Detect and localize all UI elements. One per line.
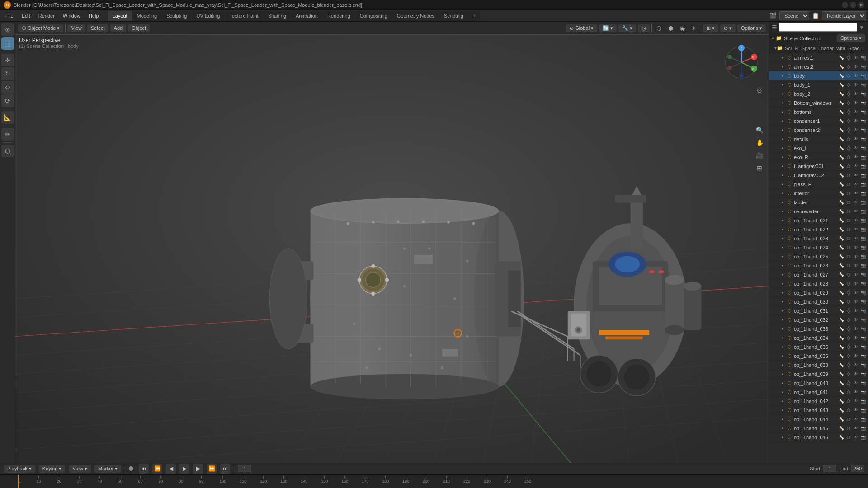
item-render-icon-obj_1hand_026[interactable]: 📷	[860, 263, 866, 269]
item-data-icon-obj_1hand_022[interactable]: ⬡	[845, 226, 852, 233]
item-render-icon-obj_1hand_030[interactable]: 📷	[860, 299, 866, 305]
outliner-item-obj_1hand_036[interactable]: ▸ ⬡ obj_1hand_036 🦴 ⬡ 👁 📷	[769, 352, 868, 361]
item-render-icon-obj_1hand_028[interactable]: 📷	[860, 281, 866, 287]
outliner-item-armrest2[interactable]: ▸ ⬡ armrest2 🦴 ⬡ 👁 📷	[769, 62, 868, 71]
item-eye-icon-condenser2[interactable]: 👁	[853, 127, 859, 133]
item-data-icon-armrest2[interactable]: ⬡	[845, 64, 852, 70]
item-data-icon-obj_1hand_039[interactable]: ⬡	[845, 371, 852, 377]
item-bone-icon-obj_1hand_039[interactable]: 🦴	[838, 371, 844, 377]
item-render-icon-obj_1hand_043[interactable]: 📷	[860, 407, 866, 413]
item-data-icon-obj_1hand_046[interactable]: ⬡	[845, 434, 852, 441]
item-eye-icon-body_1[interactable]: 👁	[853, 82, 859, 88]
item-data-icon-obj_1hand_026[interactable]: ⬡	[845, 263, 852, 269]
render-layer-selector[interactable]: RenderLayer	[822, 11, 866, 20]
item-bone-icon-f_antigrav002[interactable]: 🦴	[838, 172, 844, 178]
item-eye-icon-condenser1[interactable]: 👁	[853, 118, 859, 124]
rotate-tool-btn[interactable]: ↻	[1, 67, 14, 80]
outliner-item-details[interactable]: ▸ ⬡ details 🦴 ⬡ 👁 📷	[769, 135, 868, 144]
item-data-icon-obj_1hand_034[interactable]: ⬡	[845, 335, 852, 341]
item-eye-icon-f_antigrav001[interactable]: 👁	[853, 163, 859, 169]
item-render-icon-bottoms[interactable]: 📷	[860, 109, 866, 115]
wireframe-shading-btn[interactable]: ⬡	[654, 23, 664, 33]
item-bone-icon-obj_1hand_042[interactable]: 🦴	[838, 398, 844, 404]
item-render-icon-obj_1hand_044[interactable]: 📷	[860, 416, 866, 422]
close-button[interactable]: ✕	[858, 2, 864, 8]
item-data-icon-obj_1hand_023[interactable]: ⬡	[845, 235, 852, 242]
item-bone-icon-condenser1[interactable]: 🦴	[838, 118, 844, 124]
item-expand-exo_L[interactable]: ▸	[780, 145, 785, 151]
outliner-item-obj_1hand_029[interactable]: ▸ ⬡ obj_1hand_029 🦴 ⬡ 👁 📷	[769, 288, 868, 297]
snap-btn[interactable]: 🔧 ▾	[618, 24, 636, 32]
item-expand-obj_1hand_030[interactable]: ▸	[780, 299, 785, 305]
item-data-icon-exo_L[interactable]: ⬡	[845, 145, 852, 151]
object-menu-btn[interactable]: Object	[128, 24, 150, 32]
item-data-icon-obj_1hand_027[interactable]: ⬡	[845, 272, 852, 278]
item-eye-icon-obj_1hand_039[interactable]: 👁	[853, 371, 859, 377]
item-render-icon-obj_1hand_041[interactable]: 📷	[860, 389, 866, 395]
item-render-icon-glass_F[interactable]: 📷	[860, 181, 866, 188]
item-data-icon-obj_1hand_032[interactable]: ⬡	[845, 317, 852, 323]
scene-selector[interactable]: Scene	[779, 11, 809, 20]
item-render-icon-condenser1[interactable]: 📷	[860, 118, 866, 124]
item-expand-obj_1hand_026[interactable]: ▸	[780, 263, 785, 268]
item-data-icon-obj_1hand_028[interactable]: ⬡	[845, 281, 852, 287]
item-bone-icon-ladder[interactable]: 🦴	[838, 199, 844, 206]
tab-layout[interactable]: Layout	[108, 11, 132, 21]
tab-animation[interactable]: Animation	[291, 11, 322, 21]
item-expand-glass_F[interactable]: ▸	[780, 182, 785, 187]
tab-sculpting[interactable]: Sculpting	[162, 11, 191, 21]
item-expand-f_antigrav001[interactable]: ▸	[780, 164, 785, 169]
outliner-item-neirowerter[interactable]: ▸ ⬡ neirowerter 🦴 ⬡ 👁 📷	[769, 207, 868, 216]
item-render-icon-obj_1hand_045[interactable]: 📷	[860, 425, 866, 432]
solid-shading-btn[interactable]: ⬢	[665, 23, 675, 33]
item-eye-icon-obj_1hand_028[interactable]: 👁	[853, 281, 859, 287]
lock-view-btn[interactable]: ⊞	[754, 163, 765, 174]
outliner-item-interior[interactable]: ▸ ⬡ interior 🦴 ⬡ 👁 📷	[769, 189, 868, 198]
item-eye-icon-obj_1hand_026[interactable]: 👁	[853, 263, 859, 269]
item-eye-icon-obj_1hand_036[interactable]: 👁	[853, 353, 859, 359]
item-expand-ladder[interactable]: ▸	[780, 200, 785, 205]
tab-rendering[interactable]: Rendering	[323, 11, 355, 21]
item-expand-obj_1hand_040[interactable]: ▸	[780, 380, 785, 386]
item-data-icon-armrest1[interactable]: ⬡	[845, 55, 852, 61]
timeline-track[interactable]: 1 10 20 30 40 50 60 70 80 90 100 110 120…	[0, 475, 868, 488]
item-render-icon-obj_1hand_042[interactable]: 📷	[860, 398, 866, 404]
item-render-icon-obj_1hand_021[interactable]: 📷	[860, 217, 866, 224]
menu-file[interactable]: File	[2, 11, 17, 20]
item-bone-icon-condenser2[interactable]: 🦴	[838, 127, 844, 133]
outliner-item-body_1[interactable]: ▸ ⬡ body_1 🦴 ⬡ 👁 📷	[769, 80, 868, 89]
item-render-icon-body[interactable]: 📷	[860, 73, 866, 79]
item-data-icon-obj_1hand_035[interactable]: ⬡	[845, 344, 852, 350]
item-data-icon-obj_1hand_036[interactable]: ⬡	[845, 353, 852, 359]
item-render-icon-details[interactable]: 📷	[860, 136, 866, 142]
item-expand-obj_1hand_028[interactable]: ▸	[780, 281, 785, 286]
item-data-icon-obj_1hand_024[interactable]: ⬡	[845, 244, 852, 251]
scale-tool-btn[interactable]: ⇔	[1, 81, 14, 94]
item-eye-icon-obj_1hand_038[interactable]: 👁	[853, 362, 859, 368]
item-eye-icon-obj_1hand_041[interactable]: 👁	[853, 389, 859, 395]
item-render-icon-exo_R[interactable]: 📷	[860, 154, 866, 160]
jump-to-start-btn[interactable]: ⏮	[139, 464, 149, 474]
item-expand-details[interactable]: ▸	[780, 136, 785, 142]
item-bone-icon-exo_R[interactable]: 🦴	[838, 154, 844, 160]
outliner-item-obj_1hand_030[interactable]: ▸ ⬡ obj_1hand_030 🦴 ⬡ 👁 📷	[769, 297, 868, 306]
item-eye-icon-ladder[interactable]: 👁	[853, 199, 859, 206]
item-data-icon-obj_1hand_045[interactable]: ⬡	[845, 425, 852, 432]
item-bone-icon-obj_1hand_027[interactable]: 🦴	[838, 272, 844, 278]
item-render-icon-obj_1hand_031[interactable]: 📷	[860, 308, 866, 314]
current-frame-input[interactable]: 1	[238, 465, 251, 472]
item-eye-icon-obj_1hand_035[interactable]: 👁	[853, 344, 859, 350]
item-bone-icon-obj_1hand_030[interactable]: 🦴	[838, 299, 844, 305]
item-render-icon-obj_1hand_040[interactable]: 📷	[860, 380, 866, 386]
next-frame-btn[interactable]: ▶	[193, 464, 203, 474]
item-expand-obj_1hand_023[interactable]: ▸	[780, 236, 785, 241]
outliner-item-obj_1hand_038[interactable]: ▸ ⬡ obj_1hand_038 🦴 ⬡ 👁 📷	[769, 361, 868, 370]
measure-tool-btn[interactable]: 📐	[1, 111, 14, 124]
item-expand-obj_1hand_031[interactable]: ▸	[780, 308, 785, 314]
item-bone-icon-obj_1hand_036[interactable]: 🦴	[838, 353, 844, 359]
item-expand-obj_1hand_041[interactable]: ▸	[780, 389, 785, 395]
item-expand-obj_1hand_033[interactable]: ▸	[780, 326, 785, 332]
item-bone-icon-obj_1hand_035[interactable]: 🦴	[838, 344, 844, 350]
item-data-icon-f_antigrav001[interactable]: ⬡	[845, 163, 852, 169]
outliner-item-obj_1hand_045[interactable]: ▸ ⬡ obj_1hand_045 🦴 ⬡ 👁 📷	[769, 424, 868, 433]
